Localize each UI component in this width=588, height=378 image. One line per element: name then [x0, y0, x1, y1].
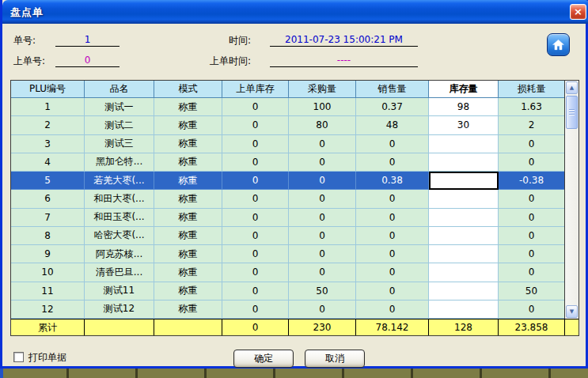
table-cell[interactable]: 9: [11, 245, 85, 263]
table-cell[interactable]: [429, 227, 499, 245]
home-button[interactable]: [547, 33, 570, 56]
prev-time-field[interactable]: ----: [270, 54, 418, 67]
table-cell[interactable]: 称重: [154, 190, 222, 208]
vertical-scrollbar[interactable]: ▲ ▼: [564, 81, 579, 319]
table-cell[interactable]: 0: [289, 209, 356, 227]
time-field[interactable]: 2011-07-23 15:00:21 PM: [270, 33, 418, 47]
table-cell[interactable]: [429, 209, 499, 227]
table-cell[interactable]: 0: [289, 227, 356, 245]
table-cell[interactable]: 80: [289, 116, 356, 134]
table-cell[interactable]: 测试三: [85, 135, 154, 153]
table-row[interactable]: 9阿克苏核...称重0000: [11, 245, 565, 263]
table-cell[interactable]: 测试11: [85, 282, 154, 301]
table-cell[interactable]: 称重: [154, 245, 222, 263]
table-cell[interactable]: 0: [289, 263, 356, 282]
table-cell[interactable]: 称重: [154, 301, 222, 319]
table-cell[interactable]: 0: [222, 263, 289, 282]
table-cell[interactable]: 0: [356, 263, 429, 282]
table-row[interactable]: 11测试11称重050050: [11, 282, 565, 301]
table-cell[interactable]: 0: [499, 263, 565, 282]
table-row[interactable]: 8哈密大枣(...称重0000: [11, 227, 565, 245]
table-cell[interactable]: 0: [356, 135, 429, 153]
table-cell[interactable]: [429, 135, 499, 153]
table-cell[interactable]: 3: [11, 135, 85, 153]
table-cell[interactable]: 若羌大枣(...: [85, 172, 154, 190]
table-cell[interactable]: 0: [356, 209, 429, 227]
table-cell[interactable]: 0: [499, 227, 565, 245]
table-cell[interactable]: 0: [289, 135, 356, 153]
table-cell[interactable]: 7: [11, 209, 85, 227]
table-cell[interactable]: 0: [356, 282, 429, 301]
scroll-down-icon[interactable]: ▼: [566, 305, 578, 318]
table-cell[interactable]: 0.38: [356, 172, 429, 190]
table-cell[interactable]: [429, 245, 499, 263]
prev-order-no-field[interactable]: 0: [55, 54, 119, 67]
table-cell[interactable]: 和田大枣(...: [85, 190, 154, 208]
table-cell[interactable]: 0: [499, 153, 565, 172]
table-cell[interactable]: 0: [499, 245, 565, 263]
table-cell[interactable]: 称重: [154, 263, 222, 282]
table-cell[interactable]: 8: [11, 227, 85, 245]
table-cell[interactable]: 0: [356, 153, 429, 172]
table-cell[interactable]: 0: [222, 245, 289, 263]
table-cell[interactable]: 4: [11, 153, 85, 172]
table-row[interactable]: 3测试三称重0000: [11, 135, 565, 153]
table-cell[interactable]: 1.63: [499, 98, 565, 116]
table-cell[interactable]: 称重: [154, 172, 222, 190]
table-row[interactable]: 7和田玉枣(...称重0000: [11, 209, 565, 227]
table-cell[interactable]: 10: [11, 263, 85, 282]
table-cell[interactable]: 哈密大枣(...: [85, 227, 154, 245]
table-cell[interactable]: -0.38: [499, 172, 565, 190]
table-cell[interactable]: 0: [289, 172, 356, 190]
ok-button[interactable]: 确定: [233, 350, 294, 368]
table-cell[interactable]: 5: [11, 172, 85, 190]
table-cell[interactable]: 0: [356, 227, 429, 245]
table-cell[interactable]: 0: [222, 301, 289, 319]
table-cell[interactable]: 0: [222, 227, 289, 245]
table-cell[interactable]: 0: [222, 190, 289, 208]
table-cell[interactable]: 清香巴旦...: [85, 263, 154, 282]
table-row[interactable]: 12测试12称重0000: [11, 301, 565, 319]
table-cell[interactable]: 称重: [154, 153, 222, 172]
table-cell[interactable]: 0: [499, 190, 565, 208]
table-cell[interactable]: 0: [289, 153, 356, 172]
table-cell[interactable]: 11: [11, 282, 85, 301]
table-cell[interactable]: 阿克苏核...: [85, 245, 154, 263]
table-cell[interactable]: [429, 153, 499, 172]
table-row[interactable]: 10清香巴旦...称重0000: [11, 263, 565, 282]
table-cell[interactable]: 黑加仑特...: [85, 153, 154, 172]
title-bar[interactable]: 盘点单 ×: [2, 0, 588, 24]
table-cell[interactable]: 48: [356, 116, 429, 134]
table-cell[interactable]: [429, 172, 499, 190]
table-cell[interactable]: 0: [499, 209, 565, 227]
close-icon[interactable]: ×: [570, 4, 586, 20]
table-row[interactable]: 6和田大枣(...称重0000: [11, 190, 565, 208]
scroll-up-icon[interactable]: ▲: [566, 81, 578, 94]
order-no-field[interactable]: 1: [55, 33, 119, 47]
table-cell[interactable]: 称重: [154, 116, 222, 134]
table-cell[interactable]: 100: [289, 98, 356, 116]
print-checkbox[interactable]: [13, 352, 24, 362]
table-cell[interactable]: 30: [429, 116, 499, 134]
table-cell[interactable]: 2: [499, 116, 565, 134]
table-cell[interactable]: 0: [499, 301, 565, 319]
table-cell[interactable]: 0: [222, 282, 289, 301]
table-cell[interactable]: 0: [289, 301, 356, 319]
table-cell[interactable]: 称重: [154, 209, 222, 227]
table-cell[interactable]: 0: [356, 245, 429, 263]
table-cell[interactable]: 0.37: [356, 98, 429, 116]
table-cell[interactable]: [429, 263, 499, 282]
table-cell[interactable]: 测试二: [85, 116, 154, 134]
table-cell[interactable]: 50: [289, 282, 356, 301]
table-cell[interactable]: 0: [289, 190, 356, 208]
table-row[interactable]: 2测试二称重08048302: [11, 116, 565, 134]
table-cell[interactable]: 0: [222, 135, 289, 153]
table-cell[interactable]: 称重: [154, 227, 222, 245]
table-cell[interactable]: 0: [356, 301, 429, 319]
table-cell[interactable]: 0: [222, 98, 289, 116]
table-row[interactable]: 4黑加仑特...称重0000: [11, 153, 565, 172]
table-cell[interactable]: 0: [222, 209, 289, 227]
table-cell[interactable]: 6: [11, 190, 85, 208]
table-cell[interactable]: 0: [289, 245, 356, 263]
table-cell[interactable]: 0: [222, 172, 289, 190]
